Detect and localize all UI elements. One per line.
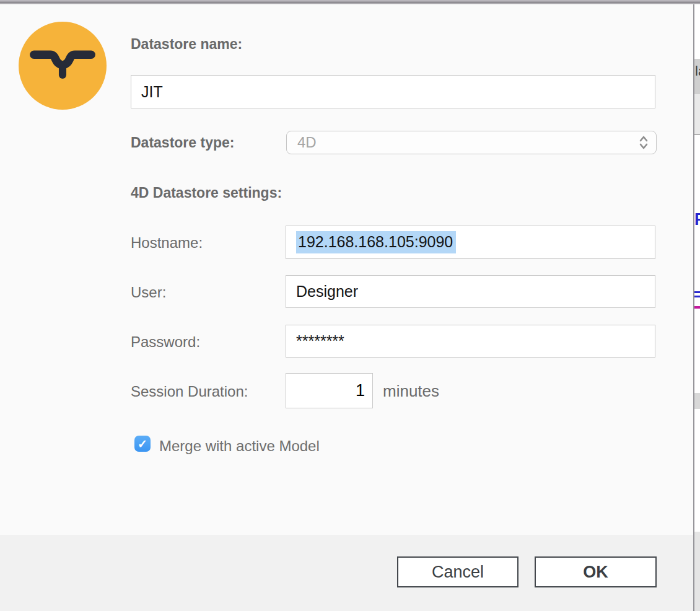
window-top-edge	[0, 0, 700, 4]
datastore-name-label: Datastore name:	[131, 36, 242, 53]
session-duration-input[interactable]	[294, 381, 365, 400]
checkmark-icon: ✓	[138, 437, 147, 451]
user-label: User:	[131, 284, 166, 301]
datastore-name-input[interactable]	[141, 83, 645, 101]
password-label: Password:	[131, 333, 200, 351]
datastore-type-select[interactable]: 4D	[286, 131, 657, 154]
background-window-sliver: la F	[693, 0, 700, 611]
clipped-divider-line	[694, 134, 700, 135]
hostname-label: Hostname:	[131, 234, 203, 252]
clipped-footer-area	[694, 532, 700, 611]
clipped-blue-link-fragment	[694, 289, 700, 300]
hostname-input[interactable]: 192.168.168.105:9090	[286, 226, 655, 259]
dialog-footer: Cancel OK	[0, 535, 693, 611]
merge-checkbox-label: Merge with active Model	[159, 437, 320, 455]
clipped-magenta-fragment	[694, 306, 700, 309]
password-input-wrap	[286, 325, 655, 358]
datastore-type-label: Datastore type:	[131, 134, 234, 151]
stepper-chevrons-icon	[639, 134, 649, 151]
clipped-toolbar-text: la	[694, 59, 700, 94]
cancel-button[interactable]: Cancel	[397, 556, 518, 587]
clipped-gray-block	[694, 393, 700, 409]
datastore-type-value: 4D	[297, 134, 639, 151]
session-duration-unit: minutes	[383, 382, 439, 401]
clipped-blue-letter: F	[694, 211, 700, 228]
merge-checkbox[interactable]: ✓	[134, 436, 151, 452]
user-input-wrap	[286, 275, 655, 308]
session-duration-input-wrap	[286, 373, 373, 408]
password-input[interactable]	[296, 332, 645, 350]
user-input[interactable]	[296, 283, 645, 301]
datastore-name-input-wrap	[131, 75, 655, 108]
ok-button[interactable]: OK	[535, 556, 657, 587]
hostname-selected-text: 192.168.168.105:9090	[296, 231, 456, 253]
clipped-gray-pane	[694, 94, 700, 134]
settings-heading: 4D Datastore settings:	[131, 185, 282, 201]
wakanda-logo-icon	[19, 22, 107, 110]
session-duration-label: Session Duration:	[131, 383, 248, 400]
